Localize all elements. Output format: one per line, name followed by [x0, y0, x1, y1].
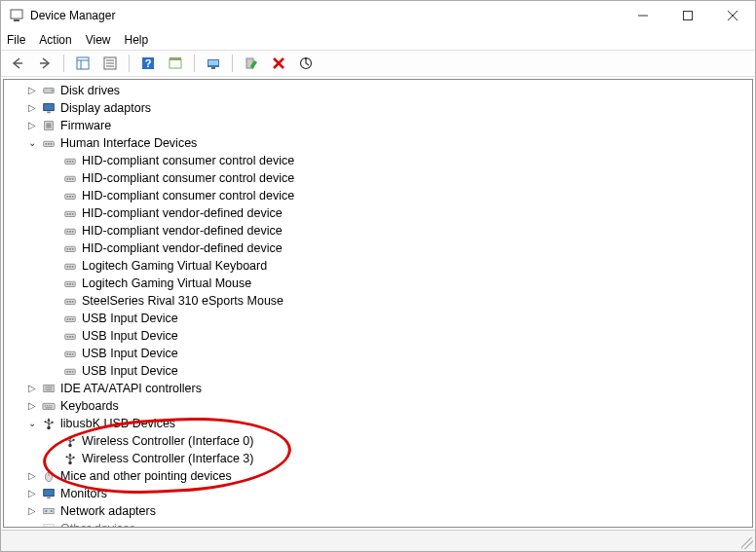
svg-rect-63: [72, 266, 74, 268]
tree-label: Firmware: [60, 117, 111, 134]
tree-label: libusbK USB Devices: [60, 415, 175, 432]
svg-rect-58: [69, 248, 71, 250]
svg-rect-109: [73, 439, 75, 441]
svg-rect-77: [67, 336, 69, 338]
svg-rect-83: [72, 353, 74, 355]
svg-rect-115: [73, 457, 75, 459]
window-title: Device Manager: [30, 9, 621, 22]
action-button[interactable]: [165, 53, 186, 74]
app-icon: [9, 8, 24, 23]
svg-rect-49: [67, 213, 69, 215]
tree-node-hid-child[interactable]: ▷USB Input Device: [8, 362, 752, 380]
expand-arrow-icon[interactable]: ▷: [25, 469, 39, 483]
toolbar-separator: [232, 55, 233, 72]
hid-icon: [62, 223, 78, 239]
hid-icon: [62, 328, 78, 344]
tree-label: SteelSeries Rival 310 eSports Mouse: [82, 292, 284, 310]
svg-rect-31: [46, 123, 51, 128]
minimize-button[interactable]: [621, 1, 665, 30]
svg-rect-71: [72, 301, 74, 303]
hid-icon: [62, 258, 78, 274]
tree-label: Network adapters: [60, 502, 156, 520]
firmware-icon: [41, 118, 57, 133]
help-button[interactable]: ?: [137, 53, 159, 74]
tree-node-hid[interactable]: ⌄ Human Interface Devices: [8, 134, 752, 152]
show-hide-tree-button[interactable]: [72, 53, 94, 74]
menu-help[interactable]: Help: [125, 33, 149, 47]
svg-rect-3: [684, 12, 693, 20]
usb-icon: [41, 416, 57, 431]
expand-arrow-icon[interactable]: ▷: [25, 119, 39, 132]
tree-node-wireless-controller-3[interactable]: ▷Wireless Controller (Interface 3): [8, 450, 752, 467]
svg-rect-57: [67, 248, 69, 250]
forward-button[interactable]: [34, 53, 56, 74]
expand-arrow-icon[interactable]: ▷: [25, 504, 39, 518]
tree-node-ide[interactable]: ▷ IDE ATA/ATAPI controllers: [8, 380, 752, 397]
tree-label: HID-compliant vendor-defined device: [82, 239, 283, 257]
tree-node-firmware[interactable]: ▷ Firmware: [8, 117, 752, 134]
enable-device-button[interactable]: [241, 53, 262, 74]
uninstall-device-button[interactable]: [268, 53, 289, 74]
expand-arrow-icon[interactable]: ▷: [25, 84, 39, 97]
device-tree[interactable]: ▷ Disk drives ▷ Display adaptors ▷ Firmw…: [4, 80, 752, 527]
expand-arrow-icon[interactable]: ▷: [25, 382, 39, 395]
expand-arrow-icon[interactable]: ▷: [25, 101, 39, 115]
statusbar: [1, 530, 755, 551]
tree-node-hid-child[interactable]: ▷HID-compliant vendor-defined device: [8, 222, 752, 239]
svg-rect-86: [69, 371, 71, 373]
tree-node-mice[interactable]: ▷ Mice and other pointing devices: [8, 467, 752, 485]
svg-rect-28: [44, 104, 55, 111]
tree-node-hid-child[interactable]: ▷USB Input Device: [8, 310, 752, 327]
expand-arrow-icon[interactable]: ▷: [25, 399, 39, 413]
tree-node-hid-child[interactable]: ▷Logitech Gaming Virtual Keyboard: [8, 257, 752, 275]
content-area: ▷ Disk drives ▷ Display adaptors ▷ Firmw…: [3, 79, 753, 528]
menu-file[interactable]: File: [7, 33, 25, 47]
update-driver-button[interactable]: [203, 53, 224, 74]
svg-text:?: ?: [145, 57, 152, 69]
close-button[interactable]: [710, 1, 755, 30]
tree-node-keyboards[interactable]: ▷ Keyboards: [8, 397, 752, 415]
monitor-icon: [41, 486, 57, 501]
svg-rect-8: [77, 57, 89, 69]
svg-point-107: [65, 438, 67, 440]
svg-rect-47: [72, 196, 74, 198]
svg-rect-81: [67, 353, 69, 355]
tree-node-wireless-controller-0[interactable]: ▷Wireless Controller (Interface 0): [8, 432, 752, 450]
tree-node-hid-child[interactable]: ▷USB Input Device: [8, 327, 752, 345]
tree-label: Mice and other pointing devices: [60, 467, 232, 485]
svg-rect-1: [14, 19, 19, 21]
menu-view[interactable]: View: [86, 33, 111, 47]
properties-button[interactable]: [99, 53, 121, 74]
tree-node-hid-child[interactable]: ▷SteelSeries Rival 310 eSports Mouse: [8, 292, 752, 310]
collapse-arrow-icon[interactable]: ⌄: [25, 417, 39, 430]
tree-node-monitors[interactable]: ▷ Monitors: [8, 485, 752, 502]
tree-node-hid-child[interactable]: ▷USB Input Device: [8, 345, 752, 362]
expand-arrow-icon[interactable]: ▷: [25, 487, 39, 500]
svg-point-27: [52, 90, 54, 92]
svg-rect-121: [46, 510, 48, 512]
tree-node-display-adaptors[interactable]: ▷ Display adaptors: [8, 99, 752, 117]
tree-node-hid-child[interactable]: ▷HID-compliant vendor-defined device: [8, 204, 752, 222]
usb-icon: [62, 433, 78, 449]
tree-node-hid-child[interactable]: ▷Logitech Gaming Virtual Mouse: [8, 275, 752, 292]
menu-action[interactable]: Action: [39, 33, 71, 47]
back-button[interactable]: [7, 53, 28, 74]
tree-node-libusbk[interactable]: ⌄ libusbK USB Devices: [8, 415, 752, 432]
svg-rect-97: [46, 407, 53, 408]
maximize-button[interactable]: [665, 1, 710, 30]
collapse-arrow-icon[interactable]: ⌄: [25, 136, 39, 150]
tree-node-disk-drives[interactable]: ▷ Disk drives: [8, 82, 752, 99]
svg-rect-39: [72, 161, 74, 163]
svg-rect-79: [72, 336, 74, 338]
svg-rect-123: [44, 525, 55, 527]
svg-rect-93: [45, 405, 46, 406]
tree-node-hid-child[interactable]: ▷HID-compliant consumer control device: [8, 169, 752, 187]
tree-node-hid-child[interactable]: ▷HID-compliant consumer control device: [8, 187, 752, 204]
scan-hardware-button[interactable]: [295, 53, 317, 74]
tree-node-other[interactable]: ⌄ Other devices: [8, 520, 752, 527]
collapse-arrow-icon[interactable]: ⌄: [25, 522, 39, 527]
tree-label: IDE ATA/ATAPI controllers: [60, 380, 202, 397]
tree-node-network[interactable]: ▷ Network adapters: [8, 502, 752, 520]
tree-node-hid-child[interactable]: ▷HID-compliant vendor-defined device: [8, 239, 752, 257]
tree-node-hid-child[interactable]: ▷HID-compliant consumer control device: [8, 152, 752, 169]
